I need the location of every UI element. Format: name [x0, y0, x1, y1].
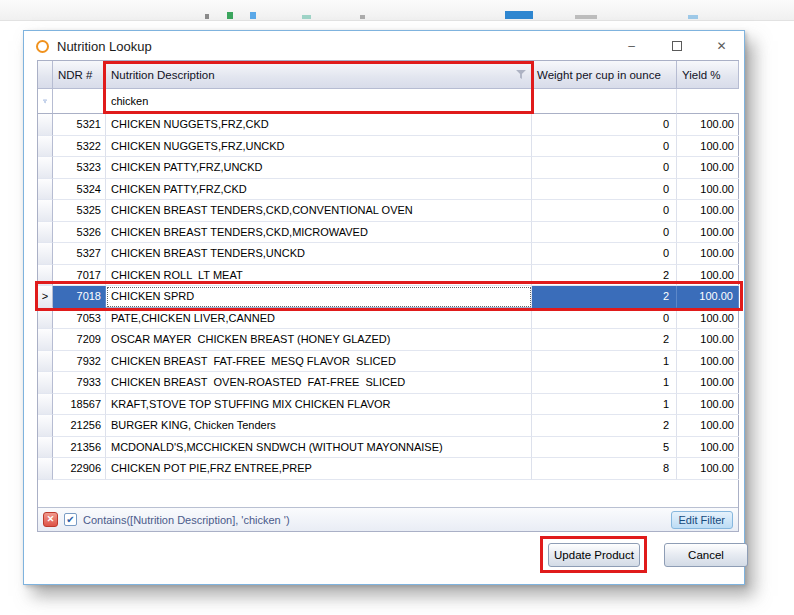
cell-ndr[interactable]: 5323 [53, 157, 106, 179]
cell-ndr[interactable]: 18567 [53, 394, 106, 416]
cell-weight[interactable]: 0 [532, 243, 677, 265]
cell-yield[interactable]: 100.00 [677, 200, 739, 222]
filter-enabled-checkbox[interactable]: ✔ [64, 513, 77, 526]
maximize-button[interactable] [654, 31, 699, 61]
column-header-yield[interactable]: Yield % [677, 61, 739, 89]
cell-description[interactable]: CHICKEN SPRD [106, 286, 532, 308]
cell-description[interactable]: OSCAR MAYER CHICKEN BREAST (HONEY GLAZED… [106, 329, 532, 351]
table-row[interactable]: 5326 CHICKEN BREAST TENDERS,CKD,MICROWAV… [38, 222, 738, 244]
cell-yield[interactable]: 100.00 [677, 308, 739, 330]
edit-filter-button[interactable]: Edit Filter [671, 511, 733, 529]
cell-yield[interactable]: 100.00 [677, 351, 739, 373]
cell-description[interactable]: CHICKEN NUGGETS,FRZ,UNCKD [106, 136, 532, 158]
minimize-button[interactable]: – [609, 31, 654, 61]
cell-ndr[interactable]: 7933 [53, 372, 106, 394]
cell-description[interactable]: CHICKEN BREAST FAT-FREE MESQ FLAVOR SLIC… [106, 351, 532, 373]
cell-ndr[interactable]: 7018 [53, 286, 106, 308]
table-row[interactable]: 7932 CHICKEN BREAST FAT-FREE MESQ FLAVOR… [38, 351, 738, 373]
cell-yield[interactable]: 100.00 [677, 222, 739, 244]
cell-description[interactable]: CHICKEN PATTY,FRZ,CKD [106, 179, 532, 201]
cell-description[interactable]: CHICKEN BREAST OVEN-ROASTED FAT-FREE SLI… [106, 372, 532, 394]
table-row[interactable]: 5327 CHICKEN BREAST TENDERS,UNCKD 0 100.… [38, 243, 738, 265]
cell-weight[interactable]: 1 [532, 394, 677, 416]
cell-ndr[interactable]: 21256 [53, 415, 106, 437]
cell-weight[interactable]: 5 [532, 437, 677, 459]
cell-description[interactable]: CHICKEN ROLL LT MEAT [106, 265, 532, 287]
column-header-description[interactable]: Nutrition Description [106, 61, 532, 89]
table-row[interactable]: 18567 KRAFT,STOVE TOP STUFFING MIX CHICK… [38, 394, 738, 416]
update-product-button[interactable]: Update Product [548, 543, 640, 567]
cell-yield[interactable]: 100.00 [677, 265, 739, 287]
table-row[interactable]: 21256 BURGER KING, Chicken Tenders 2 100… [38, 415, 738, 437]
cell-ndr[interactable]: 7017 [53, 265, 106, 287]
cell-weight[interactable]: 0 [532, 157, 677, 179]
cell-yield[interactable]: 100.00 [677, 157, 739, 179]
cell-ndr[interactable]: 7932 [53, 351, 106, 373]
cell-weight[interactable]: 0 [532, 136, 677, 158]
cell-yield[interactable]: 100.00 [677, 286, 739, 308]
cell-yield[interactable]: 100.00 [677, 437, 739, 459]
cell-weight[interactable]: 2 [532, 415, 677, 437]
cell-ndr[interactable]: 7209 [53, 329, 106, 351]
cell-weight[interactable]: 0 [532, 114, 677, 136]
filter-input-ndr[interactable] [53, 89, 106, 114]
filter-input-yield[interactable] [677, 89, 739, 114]
cell-ndr[interactable]: 5326 [53, 222, 106, 244]
cell-weight[interactable]: 1 [532, 372, 677, 394]
cell-ndr[interactable]: 5327 [53, 243, 106, 265]
cell-description[interactable]: CHICKEN NUGGETS,FRZ,CKD [106, 114, 532, 136]
table-row[interactable]: 7053 PATE,CHICKEN LIVER,CANNED 0 100.00 [38, 308, 738, 330]
cell-yield[interactable]: 100.00 [677, 415, 739, 437]
cell-ndr[interactable]: 5321 [53, 114, 106, 136]
cell-weight[interactable]: 2 [532, 329, 677, 351]
table-row[interactable]: 5322 CHICKEN NUGGETS,FRZ,UNCKD 0 100.00 [38, 136, 738, 158]
cell-weight[interactable]: 0 [532, 200, 677, 222]
cell-weight[interactable]: 0 [532, 308, 677, 330]
cell-ndr[interactable]: 5324 [53, 179, 106, 201]
cell-description[interactable]: MCDONALD'S,MCCHICKEN SNDWCH (WITHOUT MAY… [106, 437, 532, 459]
close-button[interactable]: ✕ [699, 31, 744, 61]
cell-yield[interactable]: 100.00 [677, 329, 739, 351]
cell-ndr[interactable]: 5325 [53, 200, 106, 222]
cell-yield[interactable]: 100.00 [677, 394, 739, 416]
cell-description[interactable]: BURGER KING, Chicken Tenders [106, 415, 532, 437]
cell-weight[interactable]: 0 [532, 179, 677, 201]
table-row[interactable]: 7933 CHICKEN BREAST OVEN-ROASTED FAT-FRE… [38, 372, 738, 394]
table-row[interactable]: 5324 CHICKEN PATTY,FRZ,CKD 0 100.00 [38, 179, 738, 201]
cell-ndr[interactable]: 21356 [53, 437, 106, 459]
filter-input-description[interactable]: chicken [106, 89, 532, 114]
table-row[interactable]: 7209 OSCAR MAYER CHICKEN BREAST (HONEY G… [38, 329, 738, 351]
filter-input-weight[interactable] [532, 89, 677, 114]
table-row[interactable]: 7017 CHICKEN ROLL LT MEAT 2 100.00 [38, 265, 738, 287]
cell-weight[interactable]: 2 [532, 286, 677, 308]
cell-yield[interactable]: 100.00 [677, 372, 739, 394]
table-row[interactable]: > 7018 CHICKEN SPRD 2 100.00 [38, 286, 738, 308]
cell-yield[interactable]: 100.00 [677, 243, 739, 265]
cell-weight[interactable]: 0 [532, 222, 677, 244]
cell-description[interactable]: CHICKEN PATTY,FRZ,UNCKD [106, 157, 532, 179]
cancel-button[interactable]: Cancel [664, 543, 748, 567]
filter-funnel-icon[interactable] [516, 70, 526, 79]
cell-description[interactable]: CHICKEN BREAST TENDERS,CKD,MICROWAVED [106, 222, 532, 244]
title-bar[interactable]: Nutrition Lookup – ✕ [24, 31, 744, 61]
cell-description[interactable]: CHICKEN POT PIE,FRZ ENTREE,PREP [106, 458, 532, 480]
table-row[interactable]: 5323 CHICKEN PATTY,FRZ,UNCKD 0 100.00 [38, 157, 738, 179]
cell-weight[interactable]: 2 [532, 265, 677, 287]
cell-yield[interactable]: 100.00 [677, 136, 739, 158]
cell-yield[interactable]: 100.00 [677, 179, 739, 201]
cell-ndr[interactable]: 5322 [53, 136, 106, 158]
table-row[interactable]: 21356 MCDONALD'S,MCCHICKEN SNDWCH (WITHO… [38, 437, 738, 459]
column-header-weight[interactable]: Weight per cup in ounce [532, 61, 677, 89]
cell-weight[interactable]: 1 [532, 351, 677, 373]
cell-description[interactable]: KRAFT,STOVE TOP STUFFING MIX CHICKEN FLA… [106, 394, 532, 416]
table-row[interactable]: 5321 CHICKEN NUGGETS,FRZ,CKD 0 100.00 [38, 114, 738, 136]
table-row[interactable]: 22906 CHICKEN POT PIE,FRZ ENTREE,PREP 8 … [38, 458, 738, 480]
remove-filter-button[interactable]: ✕ [43, 512, 58, 527]
cell-description[interactable]: PATE,CHICKEN LIVER,CANNED [106, 308, 532, 330]
cell-description[interactable]: CHICKEN BREAST TENDERS,UNCKD [106, 243, 532, 265]
cell-weight[interactable]: 8 [532, 458, 677, 480]
cell-ndr[interactable]: 7053 [53, 308, 106, 330]
cell-yield[interactable]: 100.00 [677, 458, 739, 480]
column-header-ndr[interactable]: NDR # [53, 61, 106, 89]
cell-yield[interactable]: 100.00 [677, 114, 739, 136]
